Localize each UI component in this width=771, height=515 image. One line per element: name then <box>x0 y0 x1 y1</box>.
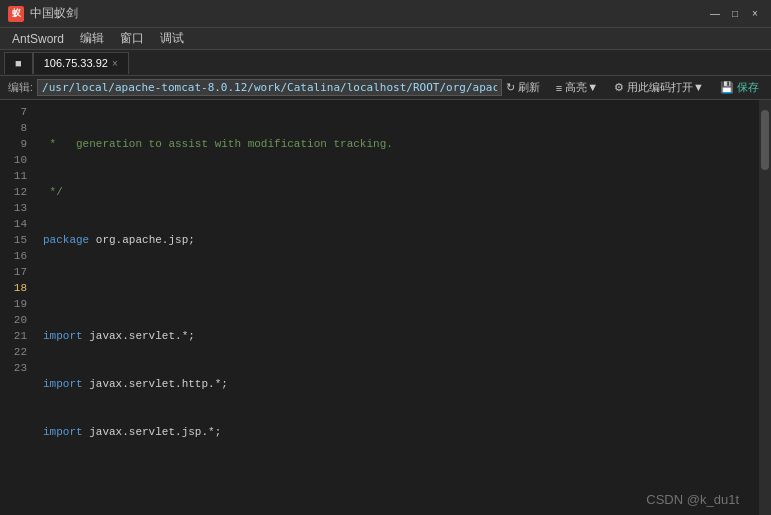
editor-container: 7 8 9 10 11 12 13 14 15 16 17 18 19 20 2… <box>0 100 771 515</box>
save-button[interactable]: 💾 保存 <box>716 78 763 97</box>
line-num-19: 19 <box>0 296 27 312</box>
app-icon: 蚁 <box>8 6 24 22</box>
code-text: javax.servlet.jsp.*; <box>83 424 222 440</box>
tab-ip[interactable]: 106.75.33.92 × <box>33 52 129 74</box>
filepath-actions: ↻ 刷新 ≡ 高亮▼ ⚙ 用此编码打开▼ 💾 保存 <box>502 78 763 97</box>
highlight-button[interactable]: ≡ 高亮▼ <box>552 78 602 97</box>
line-numbers: 7 8 9 10 11 12 13 14 15 16 17 18 19 20 2… <box>0 100 35 515</box>
code-text: javax.servlet.*; <box>83 328 195 344</box>
code-kw: package <box>43 232 89 248</box>
line-num-17: 17 <box>0 264 27 280</box>
line-row-8: */ <box>43 184 751 200</box>
minimize-button[interactable]: — <box>707 6 723 22</box>
filepath-label: 编辑: <box>8 80 33 95</box>
window-controls: — □ × <box>707 6 763 22</box>
line-num-16: 16 <box>0 248 27 264</box>
title-bar-left: 蚁 中国蚁剑 <box>8 5 78 22</box>
code-text: * generation to assist with modification… <box>43 136 393 152</box>
refresh-button[interactable]: ↻ 刷新 <box>502 78 544 97</box>
menu-antsword[interactable]: AntSword <box>4 30 72 48</box>
line-row-12: import javax.servlet.http.*; <box>43 376 751 392</box>
line-row-9: package org.apache.jsp; <box>43 232 751 248</box>
maximize-button[interactable]: □ <box>727 6 743 22</box>
menu-bar: AntSword 编辑 窗口 调试 <box>0 28 771 50</box>
line-row-7: * generation to assist with modification… <box>43 136 751 152</box>
title-bar: 蚁 中国蚁剑 — □ × <box>0 0 771 28</box>
line-num-18: 18 <box>0 280 27 296</box>
line-num-10: 10 <box>0 152 27 168</box>
menu-window[interactable]: 窗口 <box>112 28 152 49</box>
tab-close-icon[interactable]: × <box>112 58 118 69</box>
line-num-12: 12 <box>0 184 27 200</box>
code-wrapper: * generation to assist with modification… <box>35 100 759 515</box>
line-num-14: 14 <box>0 216 27 232</box>
tab-icon-symbol: ■ <box>15 57 22 69</box>
filepath-bar: 编辑: ↻ 刷新 ≡ 高亮▼ ⚙ 用此编码打开▼ 💾 保存 <box>0 76 771 100</box>
line-row-14 <box>43 472 751 488</box>
line-num-21: 21 <box>0 328 27 344</box>
close-button[interactable]: × <box>747 6 763 22</box>
line-num-13: 13 <box>0 200 27 216</box>
vertical-scrollbar[interactable] <box>759 100 771 515</box>
menu-debug[interactable]: 调试 <box>152 28 192 49</box>
line-row-10 <box>43 280 751 296</box>
line-num-15: 15 <box>0 232 27 248</box>
line-num-23: 23 <box>0 360 27 376</box>
tab-icon[interactable]: ■ <box>4 52 33 74</box>
filepath-input[interactable] <box>37 79 502 96</box>
code-kw: import <box>43 328 83 344</box>
code-content[interactable]: * generation to assist with modification… <box>35 100 759 515</box>
line-row-11: import javax.servlet.*; <box>43 328 751 344</box>
line-num-11: 11 <box>0 168 27 184</box>
line-num-22: 22 <box>0 344 27 360</box>
encoding-button[interactable]: ⚙ 用此编码打开▼ <box>610 78 708 97</box>
tab-bar: ■ 106.75.33.92 × <box>0 50 771 76</box>
code-kw: import <box>43 424 83 440</box>
code-text: */ <box>43 184 63 200</box>
tab-ip-label: 106.75.33.92 <box>44 57 108 69</box>
code-kw: import <box>43 376 83 392</box>
line-num-20: 20 <box>0 312 27 328</box>
line-num-7: 7 <box>0 104 27 120</box>
scroll-thumb[interactable] <box>761 110 769 170</box>
menu-edit[interactable]: 编辑 <box>72 28 112 49</box>
app-title: 中国蚁剑 <box>30 5 78 22</box>
code-text: javax.servlet.http.*; <box>83 376 228 392</box>
code-text: org.apache.jsp; <box>89 232 195 248</box>
line-num-9: 9 <box>0 136 27 152</box>
line-row-13: import javax.servlet.jsp.*; <box>43 424 751 440</box>
line-num-8: 8 <box>0 120 27 136</box>
